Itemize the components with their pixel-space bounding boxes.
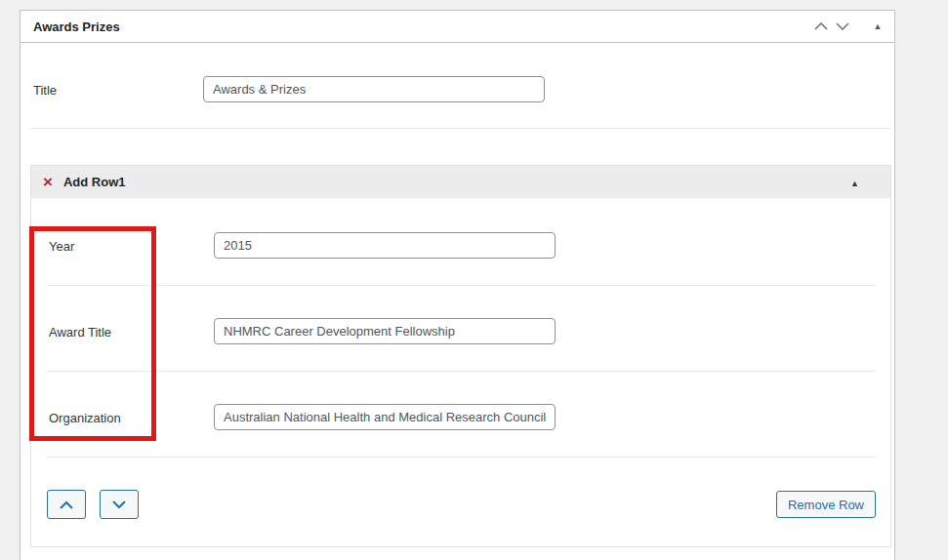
metabox-title: Awards Prizes [33, 20, 810, 34]
move-down-button[interactable] [832, 14, 853, 39]
divider [30, 128, 890, 129]
row-group-title: Add Row1 [63, 175, 126, 189]
chevron-up-icon [814, 21, 828, 31]
organization-field-label: Organization [49, 411, 121, 425]
organization-input[interactable] [214, 404, 556, 430]
row-collapse-toggle-button[interactable]: ▲ [850, 175, 859, 189]
triangle-up-icon: ▲ [850, 179, 859, 188]
metabox-header: Awards Prizes ▲ [21, 11, 894, 43]
delete-row-x-icon[interactable]: × [43, 174, 53, 190]
row-group-header: × Add Row1 ▲ [31, 166, 890, 198]
award-title-input[interactable] [214, 318, 556, 344]
awards-prizes-metabox: Awards Prizes ▲ Title × Add Row1 ▲ Year [20, 10, 895, 560]
repeater-row-group: × Add Row1 ▲ Year Award Title Organizati… [30, 165, 891, 547]
page-background: { "metabox": { "title": "Awards Prizes" … [0, 0, 948, 560]
chevron-down-icon [836, 21, 849, 31]
divider [46, 285, 878, 286]
row-move-up-button[interactable] [47, 490, 86, 519]
chevron-down-icon [111, 500, 127, 510]
year-input[interactable] [214, 232, 556, 259]
divider [46, 371, 878, 372]
move-up-button[interactable] [810, 14, 832, 39]
award-title-field-label: Award Title [49, 325, 111, 340]
chevron-up-icon [59, 500, 74, 510]
year-field-label: Year [49, 239, 74, 254]
divider [46, 457, 878, 458]
triangle-up-icon: ▲ [874, 22, 883, 31]
row-move-down-button[interactable] [100, 490, 139, 519]
title-input[interactable] [203, 76, 545, 102]
remove-row-button[interactable]: Remove Row [776, 491, 876, 518]
collapse-toggle-button[interactable]: ▲ [867, 14, 888, 39]
title-field-label: Title [33, 83, 57, 98]
